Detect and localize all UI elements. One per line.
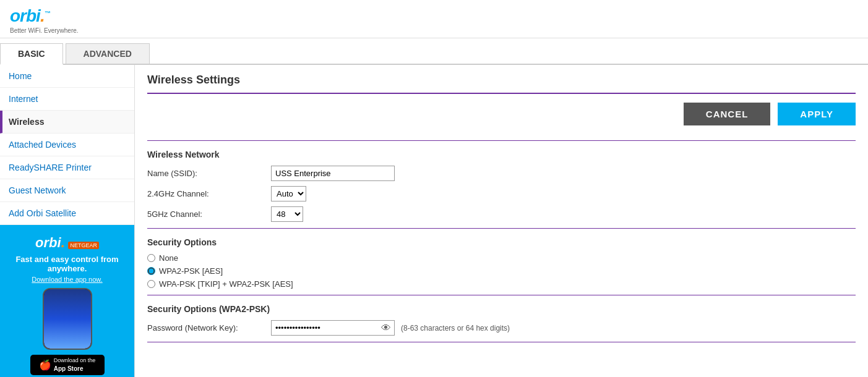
apple-icon: 🍎: [39, 359, 51, 371]
logo: orbi.™: [10, 6, 858, 26]
radio-wpa2[interactable]: [147, 267, 155, 275]
promo-logo-text: orbi.: [35, 235, 65, 250]
main-layout: Home Internet Wireless Attached Devices …: [0, 65, 868, 377]
ssid-label: Name (SSID):: [147, 169, 271, 178]
tab-advanced[interactable]: ADVANCED: [66, 43, 150, 64]
security-option-wpa-wpa2: WPA-PSK [TKIP] + WPA2-PSK [AES]: [147, 279, 856, 289]
phone-screen: [44, 289, 91, 349]
password-row: Password (Network Key): 👁 (8-63 characte…: [147, 320, 856, 336]
security-option-none: None: [147, 253, 856, 263]
promo-box: orbi. NETGEAR Fast and easy control from…: [0, 225, 134, 377]
header: orbi.™ Better WiFi. Everywhere.: [0, 0, 868, 38]
security-option-wpa2: WPA2-PSK [AES]: [147, 266, 856, 276]
promo-logo: orbi. NETGEAR: [7, 235, 127, 251]
radio-wpa-wpa2[interactable]: [147, 280, 155, 288]
password-label: Password (Network Key):: [147, 323, 271, 333]
sidebar-item-readyshare[interactable]: ReadySHARE Printer: [0, 156, 134, 179]
apply-button[interactable]: APPLY: [778, 103, 856, 125]
phone-mockup: [43, 288, 92, 350]
password-input[interactable]: [271, 320, 395, 336]
security-radio-group: None WPA2-PSK [AES] WPA-PSK [TKIP] + WPA…: [147, 253, 856, 289]
ssid-row: Name (SSID):: [147, 166, 856, 181]
channel-24-label: 2.4GHz Channel:: [147, 189, 271, 198]
appstore-button[interactable]: 🍎 Download on the App Store: [30, 355, 105, 375]
channel-5-select[interactable]: 364044 48 149153157161: [271, 206, 303, 222]
password-wrapper: 👁: [271, 320, 395, 336]
divider-top: [147, 140, 856, 141]
security-title: Security Options: [147, 237, 856, 247]
promo-download-link[interactable]: Download the app now.: [7, 276, 127, 283]
sidebar-item-guest-network[interactable]: Guest Network: [0, 179, 134, 202]
sidebar-item-add-satellite[interactable]: Add Orbi Satellite: [0, 202, 134, 225]
promo-netgear-badge: NETGEAR: [68, 242, 99, 249]
divider-bottom: [147, 342, 856, 342]
action-bar: CANCEL APPLY: [147, 94, 856, 134]
promo-title: Fast and easy control from anywhere.: [7, 255, 127, 273]
cancel-button[interactable]: CANCEL: [684, 103, 771, 125]
logo-area: orbi.™ Better WiFi. Everywhere.: [10, 6, 858, 34]
tagline: Better WiFi. Everywhere.: [10, 27, 858, 34]
channel-5-row: 5GHz Channel: 364044 48 149153157161: [147, 206, 856, 222]
divider-security: [147, 228, 856, 229]
ssid-input[interactable]: [271, 166, 395, 181]
radio-none-label[interactable]: None: [159, 253, 178, 263]
sidebar: Home Internet Wireless Attached Devices …: [0, 65, 135, 377]
password-hint: (8-63 characters or 64 hex digits): [401, 324, 510, 333]
sidebar-item-home[interactable]: Home: [0, 65, 134, 88]
tabs-bar: BASIC ADVANCED: [0, 38, 868, 65]
channel-24-select[interactable]: Auto 1234 5678 91011: [271, 186, 306, 201]
content-area: Wireless Settings CANCEL APPLY Wireless …: [135, 65, 868, 377]
divider-wpa: [147, 295, 856, 295]
sidebar-item-internet[interactable]: Internet: [0, 88, 134, 111]
sidebar-item-attached-devices[interactable]: Attached Devices: [0, 133, 134, 156]
radio-wpa2-label[interactable]: WPA2-PSK [AES]: [159, 266, 223, 276]
radio-wpa-wpa2-label[interactable]: WPA-PSK [TKIP] + WPA2-PSK [AES]: [159, 279, 293, 289]
eye-icon[interactable]: 👁: [381, 323, 391, 334]
radio-none[interactable]: [147, 254, 155, 262]
appstore-label: App Store: [54, 365, 96, 373]
sidebar-item-wireless[interactable]: Wireless: [0, 111, 134, 133]
channel-5-label: 5GHz Channel:: [147, 210, 271, 219]
wireless-network-title: Wireless Network: [147, 150, 856, 159]
page-title: Wireless Settings: [147, 65, 856, 94]
appstore-label-small: Download on the: [54, 357, 96, 365]
channel-24-row: 2.4GHz Channel: Auto 1234 5678 91011: [147, 186, 856, 201]
tab-basic[interactable]: BASIC: [0, 43, 63, 65]
security-wpa-title: Security Options (WPA2-PSK): [147, 304, 856, 314]
